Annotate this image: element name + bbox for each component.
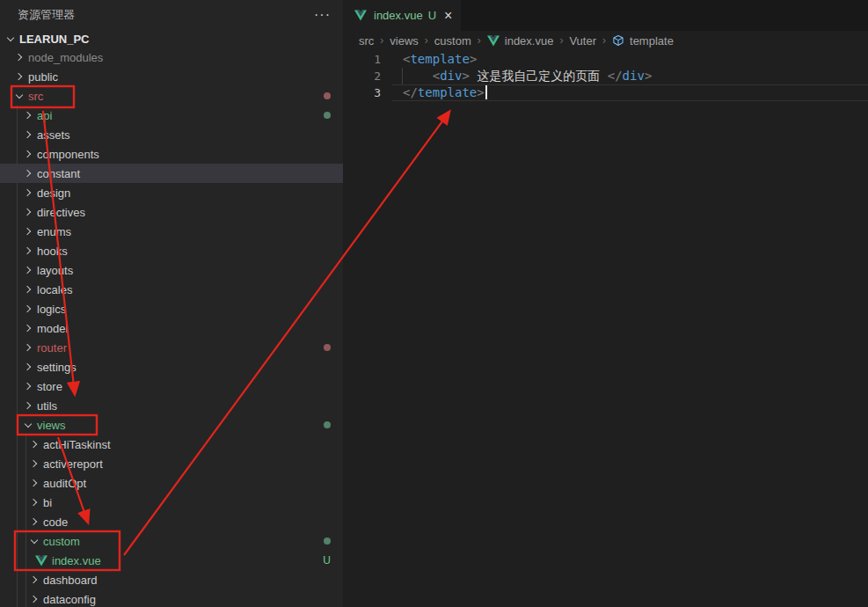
item-label: dashboard xyxy=(43,574,97,587)
item-label: locales xyxy=(37,283,72,296)
tab-bar: index.vue U × xyxy=(343,0,868,31)
sidebar-item-bi[interactable]: bi xyxy=(0,493,343,512)
chevron-right-icon xyxy=(27,495,41,509)
sidebar-item-model[interactable]: model xyxy=(0,318,343,338)
breadcrumb-item-views[interactable]: views xyxy=(390,34,419,48)
breadcrumb-label: custom xyxy=(434,34,471,48)
item-label: node_modules xyxy=(28,51,103,64)
sidebar-item-store[interactable]: store xyxy=(0,377,343,396)
chevron-right-icon xyxy=(21,147,35,161)
root-folder-label: LEARUN_PC xyxy=(19,33,89,46)
sidebar-item-auditOpt[interactable]: auditOpt xyxy=(0,473,343,493)
sidebar-item-index-vue[interactable]: index.vueU xyxy=(0,551,343,570)
breadcrumb-label: Vuter xyxy=(569,34,596,48)
sidebar-item-logics[interactable]: logics xyxy=(0,299,343,318)
breadcrumb-item-index-vue[interactable]: index.vue xyxy=(487,33,554,48)
sidebar-item-dataconfig[interactable]: dataconfig xyxy=(0,589,343,607)
vue-icon xyxy=(487,33,502,48)
breadcrumb-item-template[interactable]: template xyxy=(612,33,674,48)
code-line-2[interactable]: 2 <div> 这是我自己定义的页面 </div> xyxy=(343,68,868,84)
sidebar-item-utils[interactable]: utils xyxy=(0,396,343,415)
file-tree: node_modulespublicsrcapiassetscomponents… xyxy=(0,48,343,607)
chevron-right-icon xyxy=(21,340,35,355)
item-label: constant xyxy=(37,167,80,180)
item-label: assets xyxy=(37,128,70,142)
sidebar-item-components[interactable]: components xyxy=(0,144,343,164)
tab-label: index.vue xyxy=(374,9,423,22)
chevron-right-icon xyxy=(27,437,41,451)
chevron-right-icon xyxy=(21,282,35,296)
sidebar-item-layouts[interactable]: layouts xyxy=(0,260,343,280)
breadcrumb-item-custom[interactable]: custom xyxy=(434,34,471,48)
chevron-right-icon xyxy=(27,515,41,529)
git-status-badge: U xyxy=(323,554,331,567)
item-label: router xyxy=(37,341,67,355)
git-modified-dot xyxy=(324,344,331,351)
close-icon[interactable]: × xyxy=(444,10,452,22)
chevron-right-icon xyxy=(21,186,35,200)
chevron-down-icon xyxy=(21,418,35,432)
item-label: custom xyxy=(43,535,80,548)
item-label: views xyxy=(37,419,66,432)
code-text: <template> xyxy=(381,51,477,68)
chevron-right-icon xyxy=(21,379,35,393)
sidebar-item-design[interactable]: design xyxy=(0,183,343,202)
sidebar-item-enums[interactable]: enums xyxy=(0,222,343,241)
chevron-right-icon xyxy=(27,476,41,490)
breadcrumb-separator: › xyxy=(478,34,481,47)
sidebar-item-custom[interactable]: custom xyxy=(0,531,343,551)
item-label: layouts xyxy=(37,264,73,277)
more-actions-icon[interactable]: ··· xyxy=(314,11,331,19)
breadcrumb-label: views xyxy=(390,34,419,48)
sidebar-item-locales[interactable]: locales xyxy=(0,280,343,299)
sidebar-item-directives[interactable]: directives xyxy=(0,202,343,222)
sidebar-item-activereport[interactable]: activereport xyxy=(0,454,343,473)
item-label: activereport xyxy=(43,457,103,471)
sidebar-root-folder[interactable]: LEARUN_PC xyxy=(0,30,343,48)
chevron-right-icon xyxy=(21,224,35,238)
item-label: model xyxy=(37,322,68,335)
code-line-1[interactable]: 1<template> xyxy=(343,51,868,68)
chevron-down-icon xyxy=(27,534,41,548)
breadcrumb-item-Vuter[interactable]: Vuter xyxy=(569,34,596,48)
breadcrumb: src›views›custom›index.vue›Vuter›templat… xyxy=(343,31,868,50)
sidebar-item-node_modules[interactable]: node_modules xyxy=(0,48,343,67)
chevron-right-icon xyxy=(21,166,35,180)
sidebar-item-api[interactable]: api xyxy=(0,106,343,125)
sidebar-item-hooks[interactable]: hooks xyxy=(0,241,343,260)
code-editor[interactable]: 1<template>2 <div> 这是我自己定义的页面 </div>3</t… xyxy=(343,50,868,101)
breadcrumb-label: template xyxy=(630,34,674,48)
item-label: logics xyxy=(37,303,66,316)
chevron-right-icon xyxy=(27,573,41,587)
sidebar-item-src[interactable]: src xyxy=(0,86,343,106)
chevron-right-icon xyxy=(21,263,35,277)
item-label: hooks xyxy=(37,245,68,258)
chevron-right-icon xyxy=(21,128,35,142)
sidebar-item-code[interactable]: code xyxy=(0,512,343,531)
sidebar-item-constant[interactable]: constant xyxy=(0,164,343,183)
code-line-3[interactable]: 3</template> xyxy=(343,84,868,101)
chevron-right-icon xyxy=(21,399,35,413)
sidebar-item-public[interactable]: public xyxy=(0,67,343,86)
item-label: utils xyxy=(37,399,57,413)
item-label: design xyxy=(37,186,70,200)
code-text: </template> xyxy=(381,84,487,101)
breadcrumb-separator: › xyxy=(602,34,606,47)
breadcrumb-item-src[interactable]: src xyxy=(359,34,374,48)
sidebar-item-router[interactable]: router xyxy=(0,338,343,357)
chevron-right-icon xyxy=(12,69,26,84)
line-number: 2 xyxy=(343,68,381,84)
sidebar-item-settings[interactable]: settings xyxy=(0,357,343,377)
sidebar-item-actHiTaskinst[interactable]: actHiTaskinst xyxy=(0,435,343,454)
item-label: directives xyxy=(37,206,85,219)
sidebar-item-assets[interactable]: assets xyxy=(0,125,343,144)
item-label: dataconfig xyxy=(43,593,96,606)
sidebar-item-views[interactable]: views xyxy=(0,415,343,435)
vue-icon xyxy=(35,553,50,567)
item-label: enums xyxy=(37,225,71,238)
tab-index-vue[interactable]: index.vue U × xyxy=(343,0,461,31)
breadcrumb-separator: › xyxy=(559,34,563,47)
sidebar-item-dashboard[interactable]: dashboard xyxy=(0,570,343,589)
code-text: <div> 这是我自己定义的页面 </div> xyxy=(381,68,652,84)
breadcrumb-label: index.vue xyxy=(505,34,554,48)
